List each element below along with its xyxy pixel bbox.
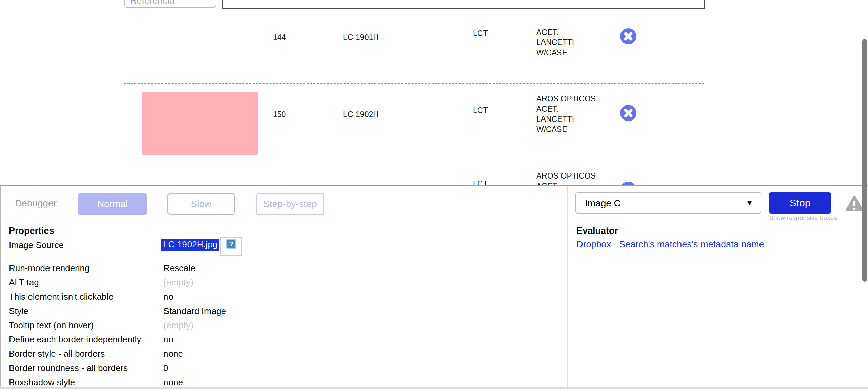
code-cell: LC-1902H xyxy=(343,110,379,119)
remove-item-button[interactable] xyxy=(620,28,636,44)
evaluator-heading: Evaluator xyxy=(576,226,618,236)
prop-label: Border roundness - all borders xyxy=(9,363,128,373)
window-bottom-edge xyxy=(0,387,868,389)
prop-value: none xyxy=(163,349,183,359)
app-page: 144 LC-1901H LCT ACET. LANCETTI W/CASE 1… xyxy=(0,0,868,185)
prop-value: (empty) xyxy=(163,277,193,288)
prop-label: Tooltip text (on hover) xyxy=(9,320,94,331)
prop-label: Run-mode rendering xyxy=(9,263,90,274)
debugger-title: Debugger xyxy=(15,198,57,209)
qty-cell: 150 xyxy=(273,110,286,119)
prop-label: Boxshadow style xyxy=(9,377,75,388)
row-separator xyxy=(124,161,704,161)
image-source-help-button[interactable]: ? xyxy=(220,237,242,256)
prop-label: ALT tag xyxy=(9,277,39,288)
qty-cell: 144 xyxy=(273,33,286,42)
toolbar-vertical-divider xyxy=(840,186,840,221)
prop-label: Style xyxy=(9,306,28,316)
description-cell: AROS OPTICOS ACET. xyxy=(536,171,596,185)
prop-value: none xyxy=(163,377,183,388)
mode-button-step-by-step[interactable]: Step-by-step xyxy=(256,193,324,215)
element-selector-dropdown[interactable]: Image C ▼ xyxy=(575,192,761,214)
row-separator xyxy=(124,83,704,84)
reference-search-input[interactable] xyxy=(124,0,216,8)
vertical-scrollbar-thumb[interactable] xyxy=(862,39,867,282)
mode-button-normal[interactable]: Normal xyxy=(78,193,147,215)
debugger-panel: Debugger Normal Slow Step-by-step Image … xyxy=(0,185,868,389)
toolbar-divider xyxy=(1,221,868,221)
description-cell: ACET. LANCETTI W/CASE xyxy=(536,27,574,58)
warning-triangle-icon[interactable] xyxy=(845,194,864,212)
remove-item-button[interactable] xyxy=(620,105,636,121)
line-cell: LCT xyxy=(473,106,488,115)
panel-vertical-divider xyxy=(567,186,568,389)
prop-value: no xyxy=(163,334,173,345)
description-cell: AROS OPTICOS ACET. LANCETTI W/CASE xyxy=(536,94,596,134)
line-cell: LCT xyxy=(473,179,488,185)
show-responsive-boxes-label[interactable]: Show responsive boxes xyxy=(769,214,831,222)
chevron-down-icon: ▼ xyxy=(746,199,753,207)
bubble-runtime-screen: 144 LC-1901H LCT ACET. LANCETTI W/CASE 1… xyxy=(0,0,868,389)
evaluator-expression-link[interactable]: Dropbox - Search's matches's metadata na… xyxy=(576,239,764,250)
selected-image-source-value[interactable]: LC-1902H.jpg xyxy=(161,239,219,251)
prop-label: This element isn't clickable xyxy=(9,292,113,302)
properties-heading: Properties xyxy=(9,226,54,236)
line-cell: LCT xyxy=(473,29,488,38)
prop-value: LC-1902H.jpg xyxy=(161,239,219,251)
prop-value: Rescale xyxy=(163,263,195,274)
question-mark-icon: ? xyxy=(226,239,236,249)
prop-label: Define each border independently xyxy=(9,334,141,345)
list-group-box xyxy=(222,0,705,9)
code-cell: LC-1901H xyxy=(343,33,379,42)
stop-button[interactable]: Stop xyxy=(769,192,831,214)
prop-label: Image Source xyxy=(9,240,64,251)
prop-value: (empty) xyxy=(163,320,193,331)
x-circle-icon xyxy=(620,105,636,121)
element-selector-value: Image C xyxy=(585,198,621,209)
prop-label: Border style - all borders xyxy=(9,349,105,359)
prop-value: 0 xyxy=(163,363,168,373)
x-circle-icon xyxy=(620,28,636,44)
mode-button-slow[interactable]: Slow xyxy=(167,193,235,215)
product-image-placeholder xyxy=(142,92,258,155)
prop-value: Standard Image xyxy=(163,306,226,316)
prop-value: no xyxy=(163,292,173,302)
